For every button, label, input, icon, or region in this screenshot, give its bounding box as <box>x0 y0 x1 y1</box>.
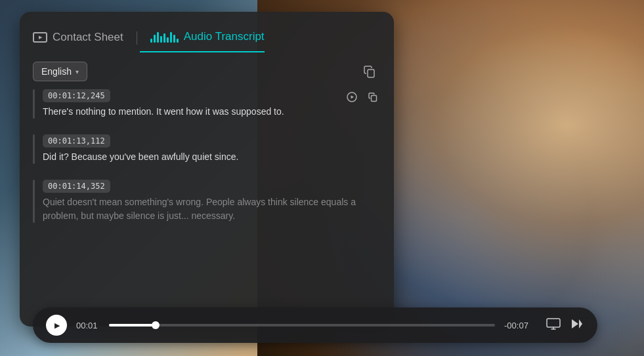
screen-button[interactable] <box>546 318 561 333</box>
entry-timestamp: 00:01:12,245 <box>43 89 110 102</box>
entry-border <box>33 89 35 119</box>
tab-contact-sheet-label: Contact Sheet <box>53 31 123 44</box>
tab-contact-sheet[interactable]: Contact Sheet <box>33 24 134 52</box>
tab-audio-transcript-label: Audio Transcript <box>184 30 265 43</box>
entry-timestamp: 00:01:14,352 <box>43 180 110 193</box>
language-value: English <box>41 66 72 77</box>
svg-rect-2 <box>372 96 377 102</box>
svg-rect-3 <box>547 319 560 327</box>
entry-timestamp: 00:01:13,112 <box>43 134 110 148</box>
tab-divider <box>137 31 137 45</box>
progress-thumb[interactable] <box>152 321 160 329</box>
entry-content: 00:01:12,245 There's nothing to mention.… <box>43 89 381 119</box>
language-selector[interactable]: English ▾ <box>33 62 87 81</box>
entry-text: There's nothing to mention. It went how … <box>43 105 381 119</box>
entry-header: 00:01:12,245 <box>43 89 381 102</box>
main-panel: Contact Sheet Audio Transcript English ▾ <box>20 12 394 326</box>
entry-content: 00:01:13,112 Did it? Because you've been… <box>43 134 381 164</box>
transcript-entry: 00:01:13,112 Did it? Because you've been… <box>33 134 381 164</box>
entry-header: 00:01:13,112 <box>43 134 381 148</box>
entry-content: 00:01:14,352 Quiet doesn't mean somethin… <box>43 180 381 223</box>
copy-all-button[interactable] <box>358 60 381 83</box>
svg-rect-0 <box>368 69 374 77</box>
progress-fill <box>109 324 156 326</box>
entry-border <box>33 180 35 223</box>
contact-sheet-icon <box>33 32 47 43</box>
copy-entry-button[interactable] <box>365 89 381 107</box>
transcript-entry: 00:01:12,245 There's nothing to mention.… <box>33 89 381 119</box>
play-entry-button[interactable] <box>344 89 360 107</box>
entry-text: Did it? Because you've been awfully quie… <box>43 150 381 164</box>
skip-forward-button[interactable] <box>570 318 584 332</box>
transcript-area: 00:01:12,245 There's nothing to mention.… <box>20 89 394 319</box>
language-chevron: ▾ <box>75 68 79 75</box>
entry-border <box>33 134 35 164</box>
tab-header: Contact Sheet Audio Transcript <box>20 12 394 52</box>
entry-actions <box>344 89 381 107</box>
play-button[interactable] <box>46 315 67 336</box>
entry-header: 00:01:14,352 <box>43 180 381 193</box>
time-current: 00:01 <box>76 321 100 330</box>
tab-audio-transcript[interactable]: Audio Transcript <box>140 24 265 52</box>
time-remaining: -00:07 <box>504 321 537 330</box>
transcript-entry: 00:01:14,352 Quiet doesn't mean somethin… <box>33 180 381 223</box>
audio-waveform-icon <box>150 31 179 43</box>
entry-text: Quiet doesn't mean something's wrong. Pe… <box>43 195 381 223</box>
progress-track[interactable] <box>109 324 495 326</box>
controls-row: English ▾ <box>20 52 394 89</box>
player-bar: 00:01 -00:07 <box>33 307 597 343</box>
